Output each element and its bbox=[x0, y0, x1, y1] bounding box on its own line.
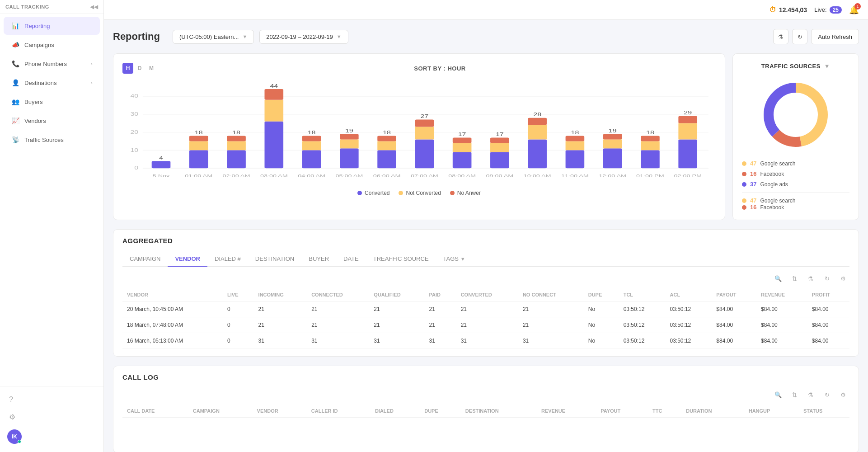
user-avatar-area[interactable]: IK bbox=[5, 427, 98, 447]
sidebar-item-label: Traffic Sources bbox=[24, 137, 64, 143]
tab-treaffic-source[interactable]: TREAFFIC SOURCE bbox=[366, 252, 436, 267]
log-refresh-button[interactable]: ↻ bbox=[821, 388, 833, 401]
live-display: Live: 25 bbox=[814, 6, 842, 14]
svg-text:09:00 AM: 09:00 AM bbox=[486, 173, 513, 178]
log-search-button[interactable]: 🔍 bbox=[772, 388, 784, 401]
tab-buyer[interactable]: BUYER bbox=[301, 252, 336, 267]
svg-rect-69 bbox=[603, 139, 622, 148]
agg-refresh-button[interactable]: ↻ bbox=[821, 272, 833, 285]
traffic-chevron-icon[interactable]: ▼ bbox=[824, 63, 830, 70]
tab-date[interactable]: DATE bbox=[336, 252, 366, 267]
svg-text:05:00 AM: 05:00 AM bbox=[335, 173, 363, 178]
sidebar-header: CALL TRACKING ◀◀ bbox=[0, 0, 103, 14]
svg-text:0: 0 bbox=[134, 165, 138, 171]
hmd-h-button[interactable]: H bbox=[122, 63, 133, 74]
sidebar-item-traffic-sources[interactable]: 📡 Traffic Sources bbox=[4, 131, 100, 149]
tab-campaign[interactable]: CAMPAIGN bbox=[122, 252, 168, 267]
traffic-sources-icon: 📡 bbox=[11, 135, 20, 144]
col-header-converted: CONVERTED bbox=[456, 288, 518, 301]
sidebar-item-label: Phone Numbers bbox=[24, 61, 67, 67]
col-header-live: LIVE bbox=[223, 288, 254, 301]
timezone-dropdown[interactable]: (UTC-05:00) Eastern... ▼ bbox=[173, 30, 254, 44]
agg-settings-button[interactable]: ⚙ bbox=[837, 272, 849, 285]
log-col-header-caller-id: CALLER ID bbox=[307, 405, 371, 418]
log-settings-button[interactable]: ⚙ bbox=[837, 388, 849, 401]
tab-vendor[interactable]: VENDOR bbox=[168, 252, 207, 267]
date-chevron-icon: ▼ bbox=[337, 34, 342, 39]
svg-rect-55 bbox=[490, 137, 509, 143]
col-header-dupe: DUPE bbox=[584, 288, 619, 301]
svg-rect-70 bbox=[603, 134, 622, 139]
sidebar-item-buyers[interactable]: 👥 Buyers bbox=[4, 93, 100, 111]
svg-rect-64 bbox=[566, 141, 585, 150]
traffic-legend-item-facebook: 16 Facebook bbox=[742, 170, 849, 177]
hmd-m-button[interactable]: M bbox=[146, 63, 157, 74]
svg-rect-39 bbox=[377, 141, 396, 150]
call-log-table: CALL DATECAMPAIGNVENDORCALLER IDDIALEDDU… bbox=[122, 405, 849, 445]
svg-text:12:00 AM: 12:00 AM bbox=[599, 173, 626, 178]
sidebar-item-reporting[interactable]: 📊 Reporting bbox=[4, 17, 100, 35]
svg-text:01:00 PM: 01:00 PM bbox=[636, 173, 664, 178]
page-actions: ⚗ ↻ Auto Refresh bbox=[773, 29, 859, 44]
svg-rect-33 bbox=[340, 148, 359, 168]
svg-text:18: 18 bbox=[308, 130, 316, 136]
sidebar-bottom: ? ⚙ IK bbox=[0, 386, 103, 452]
svg-text:19: 19 bbox=[345, 128, 353, 134]
col-header-incoming: INCOMING bbox=[254, 288, 307, 301]
agg-refresh-icon: ↻ bbox=[825, 275, 830, 282]
tab-destination[interactable]: DESTINATION bbox=[248, 252, 301, 267]
svg-rect-50 bbox=[453, 137, 472, 143]
filter-button[interactable]: ⚗ bbox=[773, 29, 788, 44]
svg-text:19: 19 bbox=[609, 128, 617, 134]
chevron-icon: › bbox=[91, 80, 93, 85]
svg-text:08:00 AM: 08:00 AM bbox=[448, 173, 476, 178]
settings-button[interactable]: ⚙ bbox=[5, 409, 98, 425]
sidebar-item-label: Campaigns bbox=[24, 42, 54, 48]
traffic-legend2-item: 47 Google search bbox=[742, 197, 849, 204]
sidebar-collapse-btn[interactable]: ◀◀ bbox=[90, 4, 98, 10]
notifications-bell[interactable]: 🔔 1 bbox=[849, 5, 859, 15]
date-range-dropdown[interactable]: 2022-09-19 – 2022-09-19 ▼ bbox=[259, 30, 348, 44]
svg-rect-63 bbox=[566, 150, 585, 168]
bar-chart-container: 01020304045.Nov1801:00 AM1802:00 AM4403:… bbox=[122, 79, 716, 196]
credits-display: ⏱ 12.454,03 bbox=[769, 6, 807, 14]
svg-rect-80 bbox=[678, 116, 697, 123]
table-row bbox=[122, 418, 849, 445]
refresh-button[interactable]: ↻ bbox=[792, 29, 807, 44]
svg-text:27: 27 bbox=[420, 114, 428, 119]
reporting-icon: 📊 bbox=[11, 21, 20, 30]
svg-rect-60 bbox=[528, 118, 547, 125]
sidebar-item-destinations[interactable]: 👤 Destinations › bbox=[4, 74, 100, 92]
agg-filter-button[interactable]: ⚗ bbox=[804, 272, 817, 285]
tags-chevron-icon: ▼ bbox=[460, 256, 465, 262]
agg-search-button[interactable]: 🔍 bbox=[772, 272, 784, 285]
aggregated-section: AGGREGATED CAMPAIGNVENDORDIALED #DESTINA… bbox=[113, 229, 859, 357]
aggregated-title: AGGREGATED bbox=[122, 237, 849, 245]
sidebar-item-phone-numbers[interactable]: 📞 Phone Numbers › bbox=[4, 55, 100, 73]
sidebar-item-vendors[interactable]: 📈 Vendors bbox=[4, 112, 100, 130]
log-search-icon: 🔍 bbox=[774, 391, 782, 398]
tab-dialed-#[interactable]: DIALED # bbox=[207, 252, 248, 267]
charts-row: HDM SORT BY : HOUR 01020304045.Nov1801:0… bbox=[113, 53, 859, 220]
hmd-d-button[interactable]: D bbox=[134, 63, 145, 74]
svg-text:4: 4 bbox=[159, 155, 163, 160]
svg-rect-40 bbox=[377, 136, 396, 141]
sort-label: SORT BY : HOUR bbox=[414, 65, 465, 72]
tab-tags[interactable]: TAGS ▼ bbox=[436, 252, 473, 267]
avatar: IK bbox=[7, 429, 22, 444]
help-button[interactable]: ? bbox=[5, 392, 98, 407]
log-sort-button[interactable]: ⇅ bbox=[788, 388, 801, 401]
log-sort-icon: ⇅ bbox=[792, 391, 797, 398]
svg-rect-73 bbox=[641, 150, 660, 168]
svg-rect-13 bbox=[189, 150, 208, 168]
log-filter-button[interactable]: ⚗ bbox=[804, 388, 817, 401]
agg-sort-button[interactable]: ⇅ bbox=[788, 272, 801, 285]
page-title: Reporting bbox=[113, 31, 160, 42]
svg-text:17: 17 bbox=[458, 132, 466, 137]
svg-rect-74 bbox=[641, 141, 660, 150]
sidebar-item-campaigns[interactable]: 📣 Campaigns bbox=[4, 36, 100, 54]
svg-rect-14 bbox=[189, 141, 208, 150]
auto-refresh-button[interactable]: Auto Refresh bbox=[811, 29, 859, 44]
col-header-acl: ACL bbox=[666, 288, 712, 301]
log-col-header-payout: PAYOUT bbox=[596, 405, 648, 418]
